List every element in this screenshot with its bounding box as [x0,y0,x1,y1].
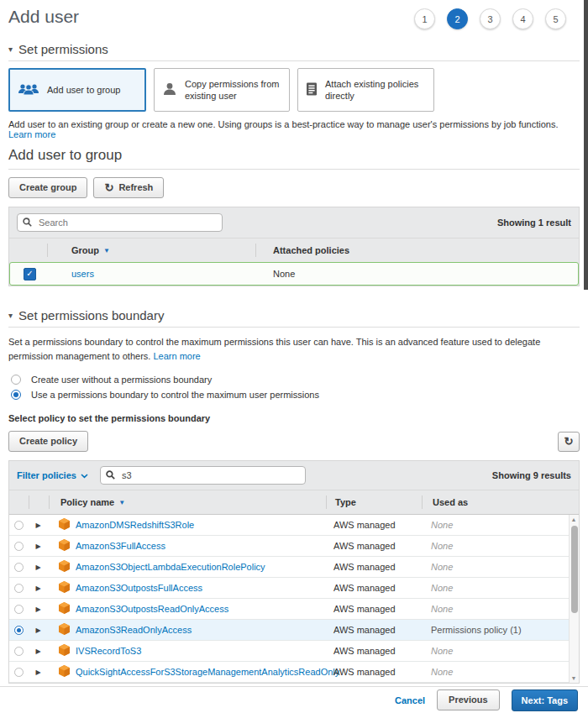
group-row-users[interactable]: ✓ users None [9,262,579,286]
policy-row[interactable]: ▶ IVSRecordToS3 AWS managed None [9,641,579,662]
policy-name-column-label: Policy name [60,497,114,507]
search-icon [23,218,32,228]
card-copy-permissions[interactable]: Copy permissions from existing user [154,68,290,112]
step-5[interactable]: 5 [545,8,566,29]
group-column-label: Group [71,245,99,255]
expand-caret-icon[interactable]: ▶ [35,626,40,634]
policy-row-selected[interactable]: ▶ AmazonS3ReadOnlyAccess AWS managed Per… [9,620,579,641]
policy-row[interactable]: ▶ AmazonS3FullAccess AWS managed None [9,536,579,557]
policy-result-count: Showing 9 results [492,470,571,480]
policy-row[interactable]: ▶ QuickSightAccessForS3StorageManagement… [9,662,579,683]
policy-row[interactable]: ▶ AmazonS3ObjectLambdaExecutionRolePolic… [9,557,579,578]
refresh-button[interactable]: ↻ Refresh [93,177,164,198]
step-3[interactable]: 3 [480,8,501,29]
policy-expand-column [29,495,50,509]
policy-cube-icon [59,581,70,595]
previous-button[interactable]: Previous [437,689,499,710]
policy-radio[interactable] [14,584,24,593]
card-attach-policies[interactable]: Attach existing policies directly [297,68,434,112]
step-2-active[interactable]: 2 [447,8,468,29]
set-permissions-section-header[interactable]: ▾ Set permissions [8,42,580,61]
group-name-link[interactable]: users [71,269,94,279]
group-search-box[interactable] [17,213,223,232]
next-tags-button[interactable]: Next: Tags [512,689,578,711]
policy-cube-icon [59,602,70,616]
policy-radio[interactable] [14,668,24,677]
step-1[interactable]: 1 [414,8,435,29]
policy-name-link[interactable]: AmazonS3ReadOnlyAccess [76,625,192,635]
sort-down-icon: ▼ [103,247,110,254]
group-column-header[interactable]: Group ▼ [48,244,256,257]
radio-label: Use a permissions boundary to control th… [31,390,319,400]
policy-name-link[interactable]: AmazonDMSRedshiftS3Role [76,520,194,530]
radio-option-without-boundary[interactable]: Create user without a permissions bounda… [8,374,580,385]
policy-type: AWS managed [325,541,421,551]
policy-search-box[interactable] [100,466,306,485]
policy-used-as: None [421,604,579,614]
policy-name-link[interactable]: AmazonS3FullAccess [76,541,165,551]
step-4[interactable]: 4 [512,8,533,29]
boundary-description-text: Set a permissions boundary to control th… [8,337,540,361]
check-icon: ✓ [26,269,33,278]
create-group-button[interactable]: Create group [8,177,87,198]
cancel-link[interactable]: Cancel [395,695,425,705]
group-table-header: Group ▼ Attached policies [9,238,579,262]
card-add-user-to-group[interactable]: Add user to group [8,68,146,112]
radio-unselected-icon[interactable] [11,375,21,385]
filter-policies-dropdown[interactable]: Filter policies [17,470,88,480]
boundary-learn-more-link[interactable]: Learn more [153,351,200,361]
policy-radio[interactable] [14,542,24,551]
divider [8,169,580,170]
policy-search-input[interactable] [120,469,300,481]
policy-row[interactable]: ▶ AmazonS3OutpostsFullAccess AWS managed… [9,578,579,599]
policy-radio-column [9,495,29,509]
radio-option-use-boundary[interactable]: Use a permissions boundary to control th… [8,389,580,401]
policy-radio-selected[interactable] [14,626,24,635]
policy-name-link[interactable]: AmazonS3OutpostsFullAccess [76,583,202,593]
page-scrollbar[interactable] [584,0,588,290]
policy-list: ▶ AmazonDMSRedshiftS3Role AWS managed No… [9,514,579,683]
policy-type: AWS managed [325,520,421,530]
user-group-icon [18,83,39,97]
scrollbar-thumb[interactable] [571,526,578,613]
refresh-policies-button[interactable]: ↻ [558,432,580,452]
expand-caret-icon[interactable]: ▶ [35,647,40,655]
expand-caret-icon[interactable]: ▶ [35,585,40,592]
policy-radio[interactable] [14,605,24,614]
policy-type: AWS managed [325,625,421,635]
policy-radio[interactable] [14,563,24,572]
chevron-down-icon [81,470,88,480]
policy-name-link[interactable]: AmazonS3OutpostsReadOnlyAccess [76,604,228,614]
expand-caret-icon[interactable]: ▶ [35,668,40,676]
create-policy-button[interactable]: Create policy [8,431,88,452]
add-user-to-group-title: Add user to group [8,147,580,164]
expand-caret-icon[interactable]: ▶ [35,564,40,571]
radio-selected-icon[interactable] [11,390,21,400]
policy-name-link[interactable]: AmazonS3ObjectLambdaExecutionRolePolicy [76,562,265,572]
policy-used-as: Permissions policy (1) [421,625,579,635]
expand-caret-icon[interactable]: ▶ [35,522,40,529]
scroll-up-icon[interactable]: ▲ [570,516,578,522]
expand-caret-icon[interactable]: ▶ [35,543,40,550]
scroll-down-icon[interactable]: ▼ [570,675,578,681]
policy-radio[interactable] [14,521,24,530]
group-checkbox-checked[interactable]: ✓ [24,268,36,280]
policy-row[interactable]: ▶ AmazonS3OutpostsReadOnlyAccess AWS man… [9,599,579,620]
policy-cube-icon [59,518,70,532]
policy-list-scrollbar[interactable]: ▲ ▼ [569,515,579,683]
group-table-panel: Showing 1 result Group ▼ Attached polici… [8,207,580,286]
expand-caret-icon[interactable]: ▶ [35,606,40,613]
policy-row[interactable]: ▶ AmazonDMSRedshiftS3Role AWS managed No… [9,515,579,536]
policy-type: AWS managed [325,583,421,593]
learn-more-link[interactable]: Learn more [8,129,55,139]
sort-down-icon: ▼ [118,499,125,506]
card-label: Attach existing policies directly [325,78,426,102]
permission-option-cards: Add user to group Copy permissions from … [8,68,580,112]
collapse-triangle-icon: ▾ [8,312,13,320]
policy-name-column-header[interactable]: Policy name ▼ [50,495,327,509]
policy-name-link[interactable]: QuickSightAccessForS3StorageManagementAn… [76,667,339,677]
group-search-input[interactable] [37,217,217,228]
policy-name-link[interactable]: IVSRecordToS3 [76,646,141,656]
permissions-boundary-section-header[interactable]: ▾ Set permissions boundary [8,308,580,328]
policy-radio[interactable] [14,647,24,656]
